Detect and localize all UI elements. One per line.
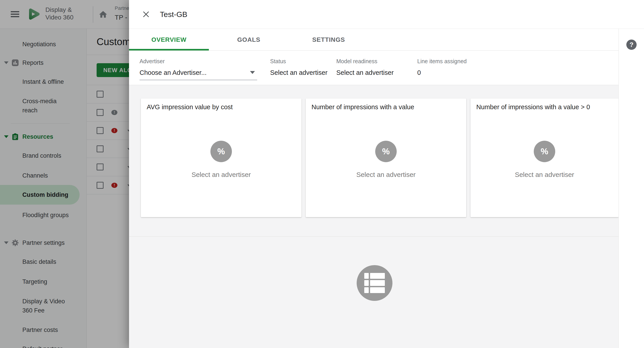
scorecard-impressions-with-value: Number of impressions with a value % Sel…	[306, 99, 466, 217]
line-items-value: 0	[417, 69, 467, 77]
percent-icon: %	[534, 141, 555, 162]
scorecard-avg-impression-value: AVG impression value by cost % Select an…	[141, 99, 302, 217]
advertiser-select[interactable]: Choose an Advertiser...	[140, 69, 257, 80]
tab-goals[interactable]: GOALS	[209, 29, 289, 50]
scorecard-placeholder: Select an advertiser	[470, 171, 618, 178]
percent-icon: %	[375, 141, 397, 162]
filter-bar: Advertiser Choose an Advertiser... Statu…	[129, 51, 618, 85]
line-items-label: Line items assigned	[417, 58, 467, 65]
scorecard-title: Number of impressions with a value > 0	[476, 103, 614, 111]
tab-overview[interactable]: OVERVIEW	[129, 29, 209, 50]
percent-icon: %	[210, 141, 232, 162]
model-readiness-column: Model readiness Select an advertiser	[336, 58, 394, 77]
status-column: Status Select an advertiser	[270, 58, 327, 77]
model-readiness-label: Model readiness	[336, 58, 394, 65]
help-icon[interactable]: ?	[626, 39, 636, 50]
dropdown-caret-icon	[250, 71, 255, 74]
empty-table-icon	[357, 265, 392, 301]
scorecard-impressions-value-gt0: Number of impressions with a value > 0 %…	[470, 99, 618, 217]
model-readiness-value: Select an advertiser	[336, 69, 394, 77]
panel-title: Test-GB	[160, 10, 188, 19]
help-rail: ?	[618, 29, 644, 348]
line-items-column: Line items assigned 0	[417, 58, 467, 77]
advertiser-value: Choose an Advertiser...	[140, 69, 257, 77]
scorecard-title: AVG impression value by cost	[147, 103, 297, 111]
advertiser-filter: Advertiser Choose an Advertiser...	[140, 58, 257, 80]
section-divider	[129, 236, 618, 237]
panel-body: AVG impression value by cost % Select an…	[129, 85, 618, 348]
scorecard-title: Number of impressions with a value	[312, 103, 462, 111]
algorithm-detail-panel: Test-GB OVERVIEW GOALS SETTINGS Advertis…	[129, 0, 644, 348]
scorecards: AVG impression value by cost % Select an…	[141, 99, 618, 217]
status-label: Status	[270, 58, 327, 65]
close-icon[interactable]	[141, 9, 151, 19]
panel-header: Test-GB	[129, 0, 644, 29]
advertiser-label: Advertiser	[140, 58, 257, 65]
scorecard-placeholder: Select an advertiser	[306, 171, 466, 178]
panel-content: OVERVIEW GOALS SETTINGS Advertiser Choos…	[129, 29, 618, 348]
screen: Display & Video 360 Partner TP - Negotia…	[0, 0, 644, 348]
status-value: Select an advertiser	[270, 69, 327, 77]
scorecard-placeholder: Select an advertiser	[141, 171, 302, 178]
panel-tabs: OVERVIEW GOALS SETTINGS	[129, 29, 618, 51]
tab-settings[interactable]: SETTINGS	[289, 29, 368, 50]
